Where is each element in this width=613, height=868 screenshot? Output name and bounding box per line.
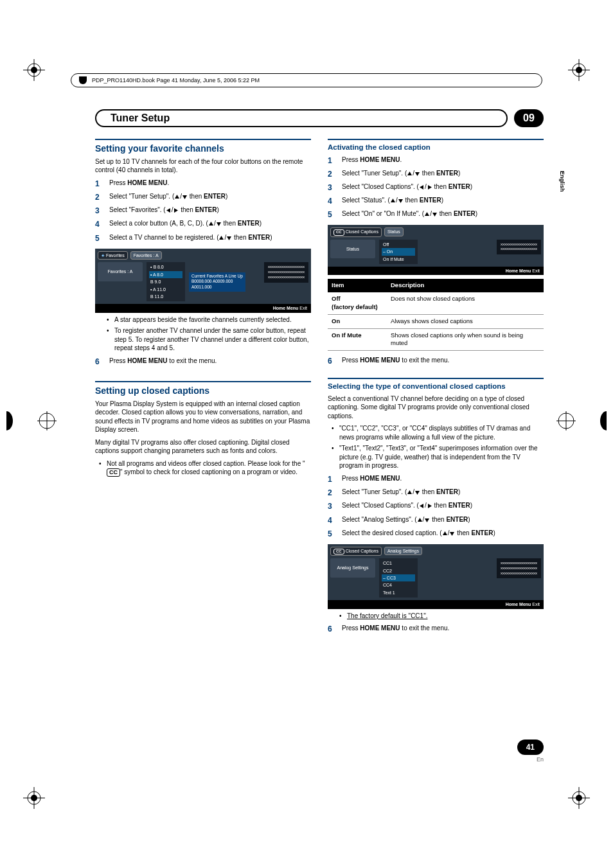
down-icon: [216, 221, 222, 227]
up-icon: [218, 235, 224, 241]
registration-mark: [568, 59, 590, 81]
note-text: "Text1", "Text2", "Text3", or "Text4" su…: [339, 444, 544, 470]
up-icon: [208, 221, 214, 227]
registration-mark: [568, 787, 590, 809]
osd-status: CC Closed Captions Status Status Off – O…: [328, 225, 544, 275]
section-heading: Setting your favorite channels: [95, 143, 311, 155]
cc-icon: CC: [107, 468, 120, 477]
book-header: PDP_PRO1140HD.book Page 41 Monday, June …: [71, 73, 542, 87]
language-tab: English: [559, 171, 565, 192]
book-icon: [79, 76, 87, 84]
registration-mark: [23, 787, 45, 809]
note-text: "CC1", "CC2", "CC3", or "CC4" displays s…: [339, 424, 544, 441]
up-icon: [174, 194, 180, 200]
chapter-number: 09: [514, 109, 544, 127]
down-icon: [226, 235, 232, 241]
running-head: Tuner Setup 09: [95, 109, 544, 127]
note-text: To register another TV channel under the…: [114, 326, 311, 353]
down-icon: [182, 194, 188, 200]
right-column: Activating the closed caption 1Press HOM…: [328, 139, 544, 639]
page-number: 41: [517, 740, 544, 755]
printer-mark: [0, 411, 13, 430]
body-text: Your Plasma Display System is equipped w…: [95, 400, 311, 434]
crop-mark: [556, 411, 576, 430]
status-table: ItemDescription Off (factory default)Doe…: [328, 279, 544, 351]
subsection-heading: Activating the closed caption: [328, 143, 544, 153]
note-text: Not all programs and videos offer closed…: [107, 459, 311, 477]
book-header-text: PDP_PRO1140HD.book Page 41 Monday, June …: [92, 77, 260, 84]
subsection-heading: Selecting the type of conventional close…: [328, 382, 544, 392]
note-text: The factory default is "CC1".: [347, 612, 544, 621]
crop-mark: [37, 411, 57, 430]
printer-mark: [600, 411, 613, 430]
page-lang: En: [517, 756, 544, 763]
left-icon: [166, 208, 172, 213]
osd-analog: CC Closed Captions Analog Settings Analo…: [328, 544, 544, 609]
page-footer: 41 En: [517, 740, 544, 763]
intro-text: Set up to 10 TV channels for each of the…: [95, 157, 311, 175]
chapter-title: Tuner Setup: [111, 112, 170, 124]
body-text: Select a conventional TV channel before …: [328, 394, 544, 421]
note-text: A star appears beside the favorite chann…: [114, 315, 311, 324]
registration-mark: [23, 59, 45, 81]
osd-favorites: ★ Favorites Favorites : A Favorites : A …: [95, 249, 311, 313]
section-heading: Setting up closed captions: [95, 385, 311, 397]
body-text: Many digital TV programs also offer clos…: [95, 438, 311, 456]
left-column: Setting your favorite channels Set up to…: [95, 139, 311, 639]
